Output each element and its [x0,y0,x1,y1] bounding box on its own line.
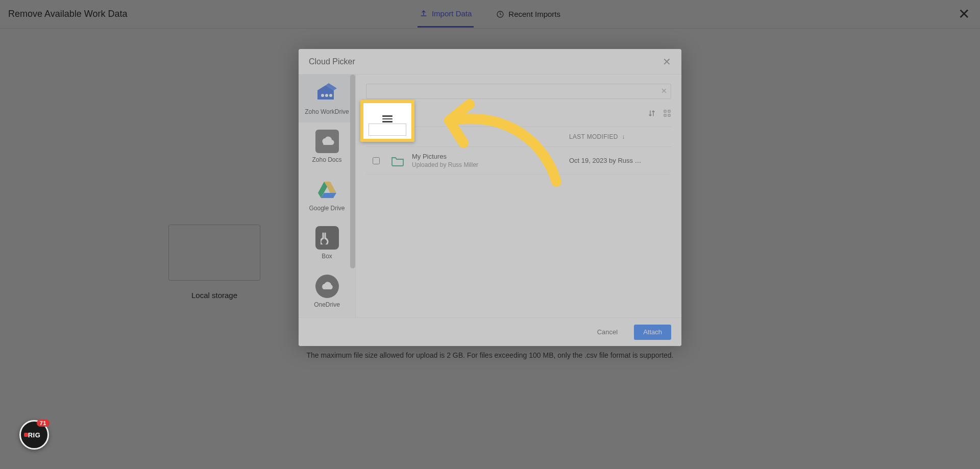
sort-desc-icon: ↓ [622,133,625,140]
google-drive-icon [315,178,339,202]
provider-scrollbar[interactable] [350,75,355,268]
page-title: Remove Available Work Data [8,9,127,19]
picker-title: Cloud Picker [309,57,355,66]
tab-import-data[interactable]: Import Data [418,1,474,28]
svg-rect-4 [664,110,666,112]
svg-point-0 [497,11,503,17]
provider-zoho-workdrive[interactable]: Zoho WorkDrive [299,75,355,122]
zoho-workdrive-icon [315,82,339,105]
folder-icon [390,154,405,168]
provider-onedrive[interactable]: OneDrive [299,267,355,315]
tab-recent-imports[interactable]: Recent Imports [494,1,562,28]
grid-view-button[interactable] [663,109,671,117]
annotation-highlight [360,100,414,142]
cancel-button[interactable]: Cancel [588,325,627,340]
provider-box[interactable]: Box [299,219,355,267]
provider-label: Google Drive [301,205,353,212]
svg-point-3 [329,94,332,97]
provider-label: OneDrive [301,301,353,308]
provider-google-drive[interactable]: Google Drive [299,171,355,219]
rig-count: 71 [37,419,50,427]
svg-point-2 [325,94,328,97]
search-clear-button[interactable]: ✕ [661,87,667,95]
svg-rect-6 [664,114,666,116]
provider-sidebar: Zoho WorkDrive Zoho Docs Google Drive Bo… [299,75,356,317]
tab-import-label: Import Data [432,9,472,18]
picker-close-button[interactable]: ✕ [663,56,671,68]
sort-button[interactable] [648,109,656,117]
provider-zoho-docs[interactable]: Zoho Docs [299,122,355,170]
hamburger-icon [382,115,393,122]
provider-label: Zoho WorkDrive [301,108,353,115]
provider-label: Zoho Docs [301,156,353,163]
tab-recent-label: Recent Imports [508,10,560,18]
rig-label: RIG [28,431,41,439]
card-local-label: Local storage [158,291,271,300]
zoho-docs-icon [315,130,339,153]
rig-badge[interactable]: RIG 71 [19,420,49,450]
provider-label: Box [301,253,353,260]
close-page-button[interactable]: ✕ [958,6,970,22]
card-local-storage[interactable]: Local storage [158,225,271,300]
attach-button[interactable]: Attach [634,325,671,340]
annotation-arrow [419,90,572,192]
upload-icon [420,9,428,17]
svg-rect-5 [668,110,670,112]
box-icon [315,226,339,250]
onedrive-icon [315,275,339,298]
column-header-modified[interactable]: LAST MODIFIED ↓ [569,133,671,140]
row-checkbox[interactable] [373,157,380,164]
clock-icon [496,10,504,18]
file-modified: Oct 19, 2023 by Russ … [569,157,671,164]
svg-rect-7 [668,114,670,116]
svg-point-1 [321,94,324,97]
footnote-text: The maximum file size allowed for upload… [307,351,674,359]
